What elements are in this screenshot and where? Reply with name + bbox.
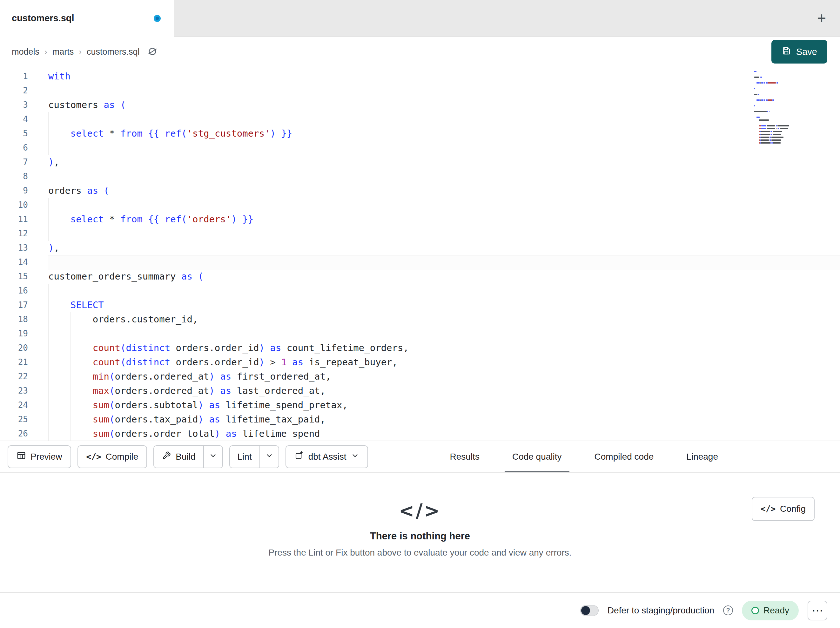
tab-compiled-code[interactable]: Compiled code: [587, 441, 662, 472]
line-number: 23: [0, 384, 48, 398]
preview-label: Preview: [30, 452, 62, 462]
sparkle-square-icon: [294, 451, 304, 462]
minimap-line: [754, 115, 802, 119]
line-number: 21: [0, 355, 48, 369]
code-line-7[interactable]: 7),: [0, 155, 840, 169]
code-line-19[interactable]: 19: [0, 327, 840, 341]
minimap-line: [754, 136, 802, 139]
code-line-22[interactable]: 22 min(orders.ordered_at) as first_order…: [0, 369, 840, 384]
code-line-2[interactable]: 2: [0, 84, 840, 98]
tab-code-quality[interactable]: Code quality: [505, 441, 569, 472]
code-line-24[interactable]: 24 sum(orders.subtotal) as lifetime_spen…: [0, 398, 840, 412]
line-number: 6: [0, 141, 48, 155]
code-text: ),: [48, 155, 840, 169]
code-line-23[interactable]: 23 max(orders.ordered_at) as last_ordere…: [0, 384, 840, 398]
minimap-line: [754, 130, 802, 133]
minimap-line: [754, 93, 802, 96]
code-line-12[interactable]: 12: [0, 226, 840, 241]
save-button[interactable]: Save: [771, 40, 827, 63]
minimap-line: [754, 101, 802, 104]
tab-lineage[interactable]: Lineage: [679, 441, 726, 472]
lint-button[interactable]: Lint: [230, 446, 259, 468]
line-number: 9: [0, 183, 48, 198]
results-panel: </> Config </> There is nothing here Pre…: [0, 473, 840, 592]
breadcrumb-item-marts[interactable]: marts: [52, 47, 74, 57]
breadcrumb-item-customers-sql[interactable]: customers.sql: [87, 47, 140, 57]
code-text: count(distinct orders.order_id) as count…: [48, 341, 840, 355]
code-icon-large: </>: [399, 500, 441, 522]
build-button[interactable]: Build: [154, 446, 203, 468]
code-line-21[interactable]: 21 count(distinct orders.order_id) > 1 a…: [0, 355, 840, 369]
code-line-3[interactable]: 3customers as (: [0, 98, 840, 112]
code-line-11[interactable]: 11 select * from {{ ref('orders') }}: [0, 212, 840, 226]
minimap-line: [754, 141, 802, 144]
breadcrumb-separator: ›: [79, 47, 82, 57]
status-bar: Defer to staging/production ? Ready ⋯: [0, 592, 840, 628]
code-text: [48, 198, 840, 212]
preview-button[interactable]: Preview: [8, 445, 71, 468]
code-text: [48, 284, 840, 298]
line-number: 24: [0, 398, 48, 412]
minimap[interactable]: [754, 70, 802, 144]
minimap-line: [754, 124, 802, 127]
lint-button-group: Lint: [229, 445, 279, 468]
code-line-1[interactable]: 1with: [0, 69, 840, 84]
more-options-button[interactable]: ⋯: [808, 601, 827, 620]
action-toolbar: Preview </> Compile Build Lint: [0, 441, 840, 473]
code-line-13[interactable]: 13),: [0, 241, 840, 255]
code-text: min(orders.ordered_at) as first_ordered_…: [48, 369, 840, 384]
panel-tabs: ResultsCode qualityCompiled codeLineage: [442, 441, 840, 472]
new-tab-button[interactable]: +: [817, 11, 826, 26]
code-text: select * from {{ ref('orders') }}: [48, 212, 840, 226]
dbt-assist-button[interactable]: dbt Assist: [286, 445, 368, 468]
code-line-26[interactable]: 26 sum(orders.order_total) as lifetime_s…: [0, 427, 840, 441]
config-button[interactable]: </> Config: [752, 497, 815, 521]
code-editor[interactable]: 1with23customers as (45 select * from {{…: [0, 67, 840, 441]
code-line-25[interactable]: 25 sum(orders.tax_paid) as lifetime_tax_…: [0, 412, 840, 427]
tab-bar-space: +: [174, 0, 840, 36]
defer-toggle[interactable]: [580, 605, 598, 616]
code-line-5[interactable]: 5 select * from {{ ref('stg_customers') …: [0, 127, 840, 141]
minimap-line: [754, 104, 802, 107]
code-text: customers as (: [48, 98, 840, 112]
code-text: count(distinct orders.order_id) > 1 as i…: [48, 355, 840, 369]
code-text: [48, 327, 840, 341]
ready-status-badge[interactable]: Ready: [742, 601, 799, 620]
lint-dropdown-button[interactable]: [259, 446, 278, 468]
line-number: 4: [0, 112, 48, 127]
table-icon: [16, 451, 26, 462]
code-line-18[interactable]: 18 orders.customer_id,: [0, 312, 840, 327]
code-text: sum(orders.order_total) as lifetime_spen…: [48, 427, 840, 441]
line-number: 12: [0, 226, 48, 241]
code-text: [48, 169, 840, 183]
code-line-15[interactable]: 15customer_orders_summary as (: [0, 269, 840, 284]
minimap-line: [754, 139, 802, 141]
code-line-4[interactable]: 4: [0, 112, 840, 127]
code-line-8[interactable]: 8: [0, 169, 840, 183]
code-line-16[interactable]: 16: [0, 284, 840, 298]
code-line-20[interactable]: 20 count(distinct orders.order_id) as co…: [0, 341, 840, 355]
code-line-10[interactable]: 10: [0, 198, 840, 212]
code-line-14[interactable]: 14: [0, 255, 840, 269]
compile-button[interactable]: </> Compile: [77, 445, 147, 468]
build-label: Build: [175, 452, 195, 462]
code-line-9[interactable]: 9orders as (: [0, 183, 840, 198]
chevron-down-icon: [351, 451, 359, 462]
tab-title: customers.sql: [12, 13, 74, 24]
minimap-line: [754, 79, 802, 81]
line-number: 26: [0, 427, 48, 441]
breadcrumb-item-models[interactable]: models: [12, 47, 39, 57]
minimap-line: [754, 73, 802, 76]
line-number: 8: [0, 169, 48, 183]
code-line-17[interactable]: 17 SELECT: [0, 298, 840, 312]
code-line-6[interactable]: 6: [0, 141, 840, 155]
code-icon: </>: [761, 504, 775, 514]
build-dropdown-button[interactable]: [203, 446, 222, 468]
code-text: max(orders.ordered_at) as last_ordered_a…: [48, 384, 840, 398]
file-actions-button[interactable]: [144, 43, 161, 60]
code-text: [48, 84, 840, 98]
minimap-line: [754, 81, 802, 84]
tab-results[interactable]: Results: [442, 441, 487, 472]
question-circle-icon[interactable]: ?: [723, 606, 733, 615]
tab-customers-sql[interactable]: customers.sql: [0, 0, 174, 36]
